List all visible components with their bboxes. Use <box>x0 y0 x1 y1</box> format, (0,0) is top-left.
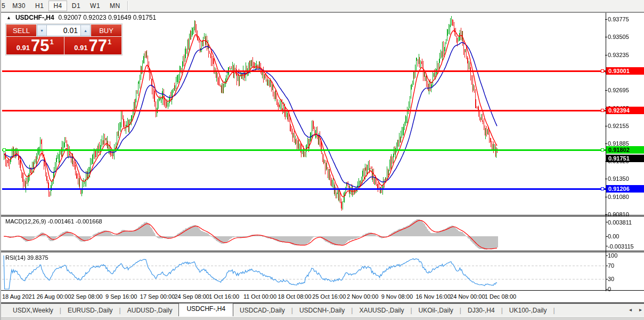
time-axis-label: 11 Oct 00:00 <box>243 293 276 300</box>
sell-price-digits: 75 <box>31 38 49 53</box>
time-axis-label: 24 Sep 08:00 <box>175 293 209 300</box>
time-axis-label: 16 Nov 16:00 <box>415 293 450 300</box>
chart-tab-usdchf[interactable]: USDCHF-,H4 <box>178 303 233 317</box>
time-axis-label: 17 Sep 00:00 <box>140 293 175 300</box>
chart-symbol-title: USDCHF-,H4 <box>15 14 54 21</box>
tab-scroll-left-icon[interactable]: ◂ <box>629 307 632 313</box>
chart-tab-usdx[interactable]: USDX,Weekly <box>6 305 60 316</box>
volume-decrease-button[interactable]: ▾ <box>37 25 47 36</box>
timeframe-button-5[interactable]: 5 <box>1 1 7 11</box>
chart-tab-eurusd[interactable]: EURUSD-,Daily <box>61 305 119 316</box>
macd-indicator-label: MACD(12,26,9) -0.001461 -0.001668 <box>5 218 102 225</box>
timeframe-button-h1[interactable]: H1 <box>30 1 48 11</box>
collapse-trade-panel-icon[interactable]: ▲ <box>6 15 11 20</box>
volume-spinner: ▾ 0.01 ▴ <box>37 25 91 36</box>
caret-up-icon: ▴ <box>84 28 86 33</box>
status-strip <box>1 316 644 320</box>
chart-ohlc-values: 0.92007 0.92023 0.91649 0.91751 <box>59 14 157 21</box>
time-axis-label: 18 Aug 2021 <box>2 293 35 300</box>
chart-tab-xauusd[interactable]: XAUUSD-,Daily <box>353 305 410 316</box>
time-axis-label: 25 Oct 16:00 <box>312 293 346 300</box>
sell-price-button[interactable]: 0.91751 <box>6 37 64 54</box>
buy-button[interactable]: BUY <box>91 25 121 36</box>
timeframe-button-m30[interactable]: M30 <box>7 1 30 11</box>
buy-price-pipette: 1 <box>108 38 111 46</box>
time-axis-label: 1 Oct 16:00 <box>209 293 239 300</box>
time-axis-label: 26 Aug 00:00 <box>37 293 71 300</box>
sell-button[interactable]: SELL <box>6 25 36 36</box>
tab-scroll-right-icon[interactable]: ▸ <box>639 307 642 313</box>
sell-price-pipette: 1 <box>50 38 54 46</box>
time-axis: 18 Aug 202126 Aug 00:002 Sep 08:009 Sep … <box>1 291 644 303</box>
time-axis-label: 2 Nov 00:00 <box>347 293 378 300</box>
toolbar-separator <box>127 1 128 11</box>
timeframe-button-mn[interactable]: MN <box>105 1 125 11</box>
time-axis-label: 18 Oct 08:00 <box>278 293 312 300</box>
buy-price-button[interactable]: 0.91771 <box>64 37 122 54</box>
tab-separator: | <box>553 307 555 314</box>
chart-tab-ukoil[interactable]: UKOil-,Daily <box>412 305 460 316</box>
caret-down-icon: ▾ <box>40 28 43 33</box>
time-axis-label: 9 Sep 16:00 <box>105 293 137 300</box>
chart-tab-dj30[interactable]: DJ30-,H4 <box>461 305 501 316</box>
buy-price-prefix: 0.91 <box>74 44 87 52</box>
one-click-trading-panel: SELL ▾ 0.01 ▴ BUY 0.91751 0.91771 <box>5 23 123 55</box>
time-axis-label: 1 Dec 08:00 <box>485 293 516 300</box>
timeframe-button-w1[interactable]: W1 <box>85 1 105 11</box>
time-axis-label: 2 Sep 08:00 <box>71 293 102 300</box>
chart-tab-bar: USDX,Weekly|EURUSD-,Daily|AUDUSD-,DailyU… <box>1 303 644 316</box>
sell-price-prefix: 0.91 <box>17 44 30 52</box>
chart-tab-usdcnh[interactable]: USDCNH-,Daily <box>293 305 351 316</box>
chart-tab-uk100[interactable]: UK100-,Daily <box>503 305 553 316</box>
time-axis-label: 24 Nov 00:00 <box>450 293 485 300</box>
volume-input[interactable]: 0.01 <box>47 25 80 36</box>
chart-window-border <box>1 12 644 13</box>
buy-price-digits: 77 <box>89 38 107 53</box>
volume-increase-button[interactable]: ▴ <box>80 25 90 36</box>
chart-title-row: ▲ USDCHF-,H4 0.92007 0.92023 0.91649 0.9… <box>6 14 156 21</box>
chart-tab-audusd[interactable]: AUDUSD-,Daily <box>121 305 179 316</box>
timeframe-button-h4[interactable]: H4 <box>48 1 67 11</box>
timeframe-toolbar: 5M30H1H4D1W1MN <box>1 0 644 12</box>
trading-terminal-window: 5M30H1H4D1W1MN ▲ USDCHF-,H4 0.92007 0.92… <box>0 0 644 320</box>
time-axis-label: 9 Nov 08:00 <box>381 293 413 300</box>
timeframe-button-d1[interactable]: D1 <box>67 1 85 11</box>
chart-tab-usdcad[interactable]: USDCAD-,Daily <box>233 305 291 316</box>
rsi-indicator-label: RSI(14) 39.8375 <box>5 254 48 261</box>
